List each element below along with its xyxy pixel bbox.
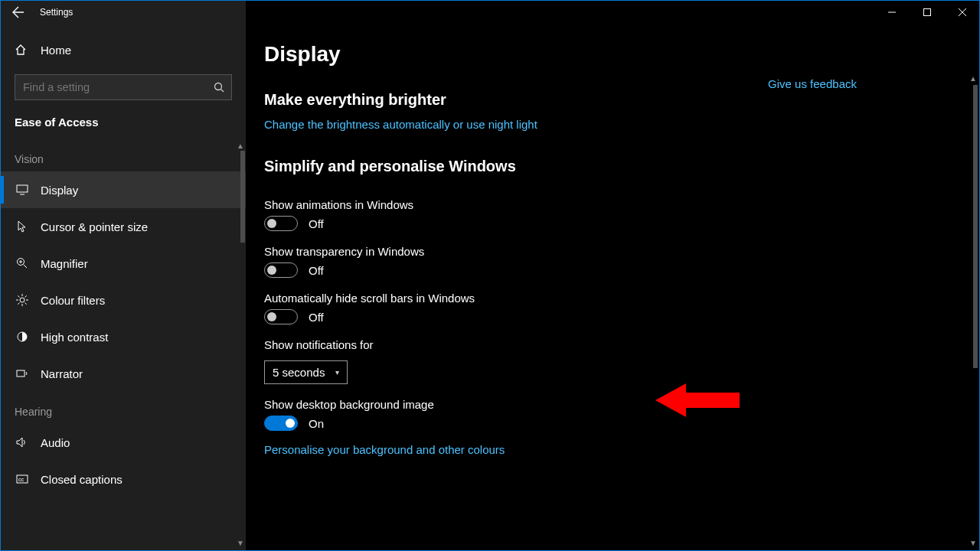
home-nav[interactable]: Home xyxy=(1,31,246,68)
desktopbg-label: Show desktop background image xyxy=(264,384,961,416)
main-scroll-down[interactable]: ▼ xyxy=(969,539,977,547)
minimize-button[interactable] xyxy=(874,0,910,24)
back-arrow-icon xyxy=(12,6,24,18)
maximize-button[interactable] xyxy=(910,0,945,24)
animations-state: Off xyxy=(309,217,324,230)
sidebar: Home Ease of Access Vision Display xyxy=(1,1,246,550)
sidebar-item-label: Closed captions xyxy=(41,473,122,486)
sidebar-item-label: Display xyxy=(41,184,78,197)
svg-line-19 xyxy=(18,303,19,305)
category-label: Ease of Access xyxy=(1,111,246,139)
search-input[interactable] xyxy=(15,74,232,100)
svg-line-5 xyxy=(221,90,224,93)
svg-point-4 xyxy=(215,83,222,90)
monitor-icon xyxy=(15,184,30,195)
narrator-icon xyxy=(15,368,30,379)
close-button[interactable] xyxy=(945,0,980,24)
sidebar-item-audio[interactable]: Audio xyxy=(1,424,246,461)
sidebar-scrollbar[interactable] xyxy=(240,151,245,243)
speaker-icon xyxy=(15,437,30,448)
sidebar-item-cursor[interactable]: Cursor & pointer size xyxy=(1,208,246,245)
desktopbg-state: On xyxy=(309,417,324,430)
group-vision: Vision xyxy=(1,139,246,171)
home-label: Home xyxy=(41,44,71,57)
brightness-link[interactable]: Change the brightness automatically or u… xyxy=(264,118,537,131)
notifications-dropdown[interactable]: 5 seconds ▾ xyxy=(264,360,348,384)
sidebar-item-closed-captions[interactable]: cc Closed captions xyxy=(1,461,246,497)
sidebar-item-label: High contrast xyxy=(41,331,108,344)
magnifier-icon xyxy=(15,257,30,269)
svg-text:cc: cc xyxy=(18,477,24,482)
transparency-toggle[interactable] xyxy=(264,262,298,278)
contrast-icon xyxy=(15,331,30,343)
notifications-label: Show notifications for xyxy=(264,324,961,356)
svg-line-17 xyxy=(18,295,19,297)
section-simplify-title: Simplify and personalise Windows xyxy=(264,152,961,184)
scrollbars-state: Off xyxy=(309,311,324,324)
sidebar-item-magnifier[interactable]: Magnifier xyxy=(1,245,246,282)
cursor-icon xyxy=(15,220,30,233)
sidebar-item-label: Magnifier xyxy=(41,257,88,270)
svg-line-20 xyxy=(25,295,27,297)
animations-toggle[interactable] xyxy=(264,216,298,231)
svg-rect-1 xyxy=(924,9,931,16)
sidebar-item-high-contrast[interactable]: High contrast xyxy=(1,318,246,355)
chevron-down-icon: ▾ xyxy=(335,368,339,377)
sidebar-scroll-down[interactable]: ▼ xyxy=(237,539,244,547)
captions-icon: cc xyxy=(15,474,30,484)
group-hearing: Hearing xyxy=(1,392,246,424)
personalise-link[interactable]: Personalise your background and other co… xyxy=(264,443,505,456)
sidebar-item-label: Cursor & pointer size xyxy=(41,220,148,233)
svg-line-9 xyxy=(24,265,28,269)
scrollbars-toggle[interactable] xyxy=(264,309,298,324)
main-content: Display Give us feedback Make everything… xyxy=(246,1,979,550)
main-scroll-up[interactable]: ▲ xyxy=(969,74,977,83)
animations-label: Show animations in Windows xyxy=(264,184,961,216)
scrollbars-label: Automatically hide scroll bars in Window… xyxy=(264,278,961,309)
notifications-value: 5 seconds xyxy=(273,366,325,379)
home-icon xyxy=(15,44,30,56)
close-icon xyxy=(959,8,966,16)
sidebar-item-display[interactable]: Display xyxy=(1,171,246,208)
svg-rect-22 xyxy=(17,370,24,377)
sidebar-scroll-up[interactable]: ▲ xyxy=(237,142,244,150)
sidebar-item-label: Colour filters xyxy=(41,294,105,307)
search-icon xyxy=(214,82,224,93)
transparency-state: Off xyxy=(309,264,324,277)
maximize-icon xyxy=(923,8,931,16)
feedback-link[interactable]: Give us feedback xyxy=(768,77,857,90)
minimize-icon xyxy=(888,8,896,16)
sidebar-item-narrator[interactable]: Narrator xyxy=(1,355,246,392)
titlebar: Settings xyxy=(0,0,980,24)
svg-point-12 xyxy=(20,298,24,302)
sidebar-item-colour-filters[interactable]: Colour filters xyxy=(1,282,246,318)
desktopbg-toggle[interactable] xyxy=(264,416,298,431)
svg-rect-6 xyxy=(17,185,28,192)
svg-line-18 xyxy=(25,303,27,305)
back-button[interactable] xyxy=(0,0,37,24)
main-scrollbar[interactable] xyxy=(973,85,978,368)
transparency-label: Show transparency in Windows xyxy=(264,231,961,262)
sidebar-item-label: Audio xyxy=(41,436,70,449)
brightness-icon xyxy=(15,294,30,306)
sidebar-item-label: Narrator xyxy=(41,367,83,380)
window-title: Settings xyxy=(37,7,73,18)
